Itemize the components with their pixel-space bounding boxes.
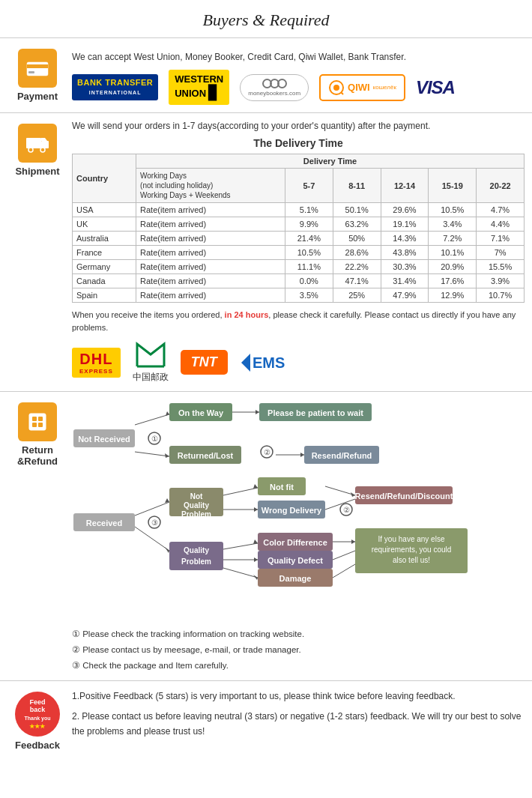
return-refund-label: Return &Refund bbox=[7, 444, 67, 467]
col-5-7-header: 5-7 bbox=[285, 169, 333, 203]
country-cell: USA bbox=[73, 203, 136, 217]
svg-text:also tell us!: also tell us! bbox=[393, 556, 430, 564]
rate-cell: Rate(item arrived) bbox=[136, 246, 285, 260]
c1-cell: 3.5% bbox=[285, 288, 333, 303]
page-title: Buyers & Required bbox=[0, 0, 532, 37]
svg-point-10 bbox=[40, 148, 45, 152]
country-cell: France bbox=[73, 246, 136, 260]
tnt-logo: TNT bbox=[181, 350, 228, 375]
bank-transfer-logo: BANK TRANSFER INTERNATIONAL bbox=[72, 74, 158, 100]
svg-text:Please be patient to wait: Please be patient to wait bbox=[267, 408, 363, 417]
table-row: France Rate(item arrived) 10.5% 28.6% 43… bbox=[73, 246, 525, 260]
svg-marker-80 bbox=[253, 575, 258, 580]
ems-logo: EMS bbox=[240, 351, 300, 374]
svg-line-49 bbox=[135, 502, 169, 516]
svg-text:Not Received: Not Received bbox=[78, 435, 130, 444]
svg-line-90 bbox=[333, 564, 355, 578]
payment-section-icon: Payment bbox=[7, 46, 67, 102]
svg-text:Quality: Quality bbox=[184, 546, 209, 554]
svg-marker-38 bbox=[300, 453, 304, 457]
c3-cell: 14.3% bbox=[381, 232, 429, 246]
shipment-section: Shipment We will send your orders in 1-7… bbox=[0, 113, 532, 392]
svg-text:requirements, you could: requirements, you could bbox=[372, 545, 452, 554]
feedback-label: Feedback bbox=[15, 740, 60, 751]
svg-line-71 bbox=[223, 543, 258, 549]
rate-cell: Rate(item arrived) bbox=[136, 260, 285, 274]
feedback-section-icon: FeedbackThank you★★★ Feedback bbox=[7, 689, 67, 751]
svg-line-79 bbox=[223, 568, 258, 578]
svg-line-89 bbox=[333, 551, 355, 560]
dhl-logo: DHL EXPRESS bbox=[72, 348, 121, 378]
c3-cell: 31.4% bbox=[381, 274, 429, 288]
country-cell: Spain bbox=[73, 288, 136, 303]
svg-rect-6 bbox=[26, 138, 41, 148]
svg-text:Damage: Damage bbox=[279, 574, 312, 583]
svg-text:Resend/Refund/Discount: Resend/Refund/Discount bbox=[355, 492, 453, 501]
svg-text:Not: Not bbox=[190, 492, 203, 501]
c2-cell: 63.2% bbox=[333, 217, 381, 232]
country-cell: Australia bbox=[73, 232, 136, 246]
col-15-19-header: 15-19 bbox=[429, 169, 477, 203]
svg-text:Wrong Delivery: Wrong Delivery bbox=[262, 506, 322, 515]
c4-cell: 10.5% bbox=[429, 203, 477, 217]
shipment-icon bbox=[18, 124, 57, 163]
c5-cell: 3.9% bbox=[477, 274, 525, 288]
country-cell: Canada bbox=[73, 274, 136, 288]
svg-rect-16 bbox=[38, 417, 43, 421]
svg-text:Resend/Refund: Resend/Refund bbox=[312, 451, 372, 460]
svg-marker-28 bbox=[256, 410, 259, 414]
svg-text:Color Difference: Color Difference bbox=[263, 538, 327, 547]
c1-cell: 0.0% bbox=[285, 274, 333, 288]
table-row: Spain Rate(item arrived) 3.5% 25% 47.9% … bbox=[73, 288, 525, 303]
c3-cell: 47.9% bbox=[381, 288, 429, 303]
c4-cell: 17.6% bbox=[429, 274, 477, 288]
svg-text:Problem: Problem bbox=[181, 557, 211, 566]
c5-cell: 4.7% bbox=[477, 203, 525, 217]
c2-cell: 25% bbox=[333, 288, 381, 303]
col-8-11-header: 8-11 bbox=[333, 169, 381, 203]
svg-marker-12 bbox=[241, 354, 250, 372]
c5-cell: 15.5% bbox=[477, 260, 525, 274]
western-union-logo: WESTERN UNION ▊ bbox=[169, 70, 229, 105]
c3-cell: 43.8% bbox=[381, 246, 429, 260]
svg-line-63 bbox=[325, 486, 355, 495]
c2-cell: 28.6% bbox=[333, 246, 381, 260]
col-12-14-header: 12-14 bbox=[381, 169, 429, 203]
svg-marker-8 bbox=[41, 138, 47, 141]
refund-note-2: ② Please contact us by meesage, e-mail, … bbox=[72, 642, 525, 658]
svg-marker-72 bbox=[253, 539, 258, 544]
c5-cell: 4.4% bbox=[477, 217, 525, 232]
table-row: Australia Rate(item arrived) 21.4% 50% 1… bbox=[73, 232, 525, 246]
col-delivery-header: Delivery Time bbox=[136, 154, 525, 169]
chinapost-logo: 中国邮政 bbox=[133, 341, 169, 384]
svg-rect-17 bbox=[32, 423, 37, 427]
svg-point-9 bbox=[28, 148, 33, 152]
feedback-content: 1.Positive Feedback (5 stars) is very im… bbox=[67, 689, 525, 739]
payment-icon bbox=[18, 49, 57, 88]
svg-text:EMS: EMS bbox=[253, 354, 285, 371]
refund-notes: ① Please check the tracking information … bbox=[72, 626, 525, 673]
country-cell: UK bbox=[73, 217, 136, 232]
svg-marker-88 bbox=[351, 539, 355, 544]
table-row: UK Rate(item arrived) 9.9% 63.2% 19.1% 3… bbox=[73, 217, 525, 232]
c1-cell: 10.5% bbox=[285, 246, 333, 260]
feedback-section: FeedbackThank you★★★ Feedback 1.Positive… bbox=[0, 681, 532, 758]
country-cell: Germany bbox=[73, 260, 136, 274]
table-row: USA Rate(item arrived) 5.1% 50.1% 29.6% … bbox=[73, 203, 525, 217]
svg-rect-0 bbox=[27, 62, 48, 76]
svg-rect-1 bbox=[27, 64, 48, 68]
c4-cell: 12.9% bbox=[429, 288, 477, 303]
svg-line-31 bbox=[135, 452, 169, 456]
svg-text:Not fit: Not fit bbox=[270, 483, 294, 492]
check-note: When you receive the items you ordered, … bbox=[72, 309, 525, 333]
qiwi-logo: QIWI кошелёк bbox=[319, 74, 405, 101]
col-country-header: Country bbox=[73, 154, 136, 203]
svg-rect-2 bbox=[28, 71, 34, 73]
c2-cell: 47.1% bbox=[333, 274, 381, 288]
feedback-text-2: 2. Please contact us before leaving neut… bbox=[72, 709, 525, 740]
svg-marker-56 bbox=[254, 507, 258, 512]
payment-logos: BANK TRANSFER INTERNATIONAL WESTERN UNIO… bbox=[72, 70, 525, 105]
svg-text:If you have any else: If you have any else bbox=[378, 535, 445, 543]
svg-line-5 bbox=[341, 92, 343, 94]
shipment-section-icon: Shipment bbox=[7, 121, 67, 384]
